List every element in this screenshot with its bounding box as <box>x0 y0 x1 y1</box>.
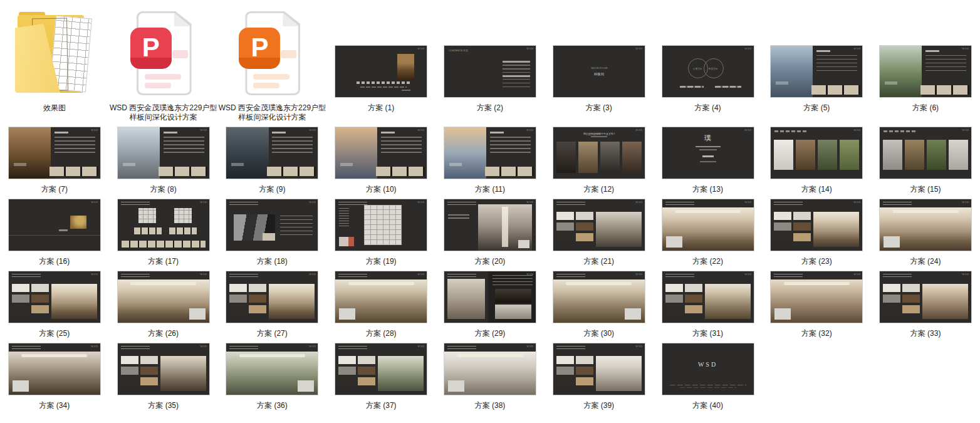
item-slide-17[interactable]: WSD方案 (17) <box>109 194 218 266</box>
file-grid: 效果图PWSD 西安金茂璞逸东方229户型样板间深化设计方案PWSD 西安金茂璞… <box>0 0 980 410</box>
slide-art-b1 <box>680 86 704 88</box>
slide-art-hdr <box>665 202 694 206</box>
item-slide-27[interactable]: WSD方案 (27) <box>218 266 327 338</box>
item-slide-15[interactable]: WSD方案 (15) <box>871 122 980 194</box>
item-label: 方案 (19) <box>366 257 397 266</box>
item-slide-6[interactable]: WSD方案 (6) <box>871 5 980 122</box>
item-slide-22[interactable]: WSD方案 (22) <box>654 194 763 266</box>
slide-art-t2m: 宴赏空间 <box>707 67 717 70</box>
item-slide-3[interactable]: SHOW ROOM样板间WSD方案 (3) <box>545 5 654 122</box>
slide-thumbnail: WSD <box>117 343 210 395</box>
item-slide-30[interactable]: WSD方案 (30) <box>545 266 654 338</box>
item-pdf-file[interactable]: PWSD 西安金茂璞逸东方229户型样板间深化设计方案 <box>109 5 218 122</box>
slide-art-planA <box>138 208 156 223</box>
slide-art-s5 <box>229 305 247 313</box>
slide-art-rowC <box>122 241 206 248</box>
slide-art-ceil <box>130 282 196 285</box>
slide-art-hdr <box>883 274 912 278</box>
slide-art-s2 <box>793 212 811 220</box>
wsd-logo: WSD <box>309 201 316 204</box>
wsd-logo: WSD <box>853 273 860 276</box>
item-label: 效果图 <box>43 103 66 113</box>
slide-art-render <box>922 284 968 319</box>
item-slide-32[interactable]: WSD方案 (32) <box>762 266 871 338</box>
slide-thumbnail: 会客空间宴赏空间WSD <box>662 45 754 98</box>
wsd-logo: WSD <box>744 201 751 204</box>
item-slide-5[interactable]: WSD方案 (5) <box>762 5 871 122</box>
item-slide-36[interactable]: WSD方案 (36) <box>218 338 327 410</box>
item-label: 方案 (26) <box>148 329 179 338</box>
slide-art-cap <box>14 163 26 166</box>
item-slide-37[interactable]: WSD方案 (37) <box>326 338 435 410</box>
item-label: 方案 (14) <box>801 185 832 194</box>
item-slide-2[interactable]: CONTENTS 目录WSD方案 (2) <box>435 5 545 122</box>
slide-thumbnail: WSD <box>444 271 536 323</box>
slide-art-mini <box>13 380 29 392</box>
item-slide-20[interactable]: WSD方案 (20) <box>435 194 545 266</box>
item-slide-4[interactable]: 会客空间宴赏空间WSD方案 (4) <box>654 5 763 122</box>
item-label: 方案 (31) <box>692 329 723 338</box>
item-slide-14[interactable]: WSD方案 (14) <box>762 122 871 194</box>
item-slide-31[interactable]: WSD方案 (31) <box>654 266 763 338</box>
slide-art-hdr <box>883 202 912 206</box>
slide-thumbnail: WSD <box>117 199 210 251</box>
item-slide-28[interactable]: WSD方案 (28) <box>326 266 435 338</box>
wsd-logo: WSD <box>418 201 425 204</box>
slide-art-hdr <box>121 202 150 206</box>
slide-thumbnail: WSD <box>662 199 754 251</box>
item-slide-7[interactable]: WSD方案 (7) <box>0 122 109 194</box>
item-slide-40[interactable]: WSD方案 (40) <box>654 338 763 410</box>
slide-thumbnail: WSD <box>8 343 101 395</box>
item-slide-10[interactable]: WSD方案 (10) <box>326 122 435 194</box>
file-icon-part <box>281 50 296 58</box>
item-folder-effect-images[interactable]: 效果图 <box>0 5 109 122</box>
slide-art-strip <box>920 85 969 95</box>
item-slide-12[interactable]: 我们想和您聊聊下午茶文化?WSD方案 (12) <box>545 122 654 194</box>
slide-art-rowA <box>134 227 162 234</box>
item-label: 方案 (40) <box>692 401 723 410</box>
slide-art-txt <box>490 137 531 155</box>
item-slide-18[interactable]: WSD方案 (18) <box>218 194 327 266</box>
slide-art-hl <box>816 50 830 52</box>
slide-art-mini <box>518 240 529 248</box>
slide-art-uB <box>503 79 530 87</box>
slide-art-l2 <box>680 387 736 389</box>
item-slide-1[interactable]: WSD方案 (1) <box>326 5 435 122</box>
item-label: 方案 (33) <box>910 329 941 338</box>
item-slide-24[interactable]: WSD方案 (24) <box>871 194 980 266</box>
item-slide-34[interactable]: WSD方案 (34) <box>0 338 109 410</box>
item-slide-23[interactable]: WSD方案 (23) <box>762 194 871 266</box>
item-slide-8[interactable]: WSD方案 (8) <box>109 122 218 194</box>
slide-art-hdr <box>12 346 41 350</box>
slide-art-uA <box>503 65 530 73</box>
item-slide-19[interactable]: WSD方案 (19) <box>326 194 435 266</box>
slide-art-s6 <box>685 305 702 313</box>
slide-thumbnail: WSD <box>770 271 863 323</box>
item-slide-39[interactable]: WSD方案 (39) <box>545 338 654 410</box>
item-slide-26[interactable]: WSD方案 (26) <box>109 266 218 338</box>
item-slide-29[interactable]: WSD方案 (29) <box>435 266 545 338</box>
wsd-logo: WSD <box>527 273 534 276</box>
item-ppt-file[interactable]: PWSD 西安金茂璞逸东方229户型样板间深化设计方案 <box>218 5 327 122</box>
wsd-logo: WSD <box>91 273 98 276</box>
wsd-logo: WSD <box>527 128 534 132</box>
slide-art-s3 <box>665 295 683 303</box>
slide-art-hdr <box>665 274 694 278</box>
item-slide-21[interactable]: WSD方案 (21) <box>545 194 654 266</box>
item-label: 方案 (17) <box>148 257 179 266</box>
slide-art-s5 <box>774 233 791 241</box>
slide-art-ceil <box>893 210 959 213</box>
item-slide-13[interactable]: 璞WSD方案 (13) <box>654 122 763 194</box>
item-slide-33[interactable]: WSD方案 (33) <box>871 266 980 338</box>
item-slide-9[interactable]: WSD方案 (9) <box>218 122 327 194</box>
item-slide-25[interactable]: WSD方案 (25) <box>0 266 109 338</box>
slide-art-txt <box>493 275 533 286</box>
item-slide-16[interactable]: WSD方案 (16) <box>0 194 109 266</box>
item-label: 方案 (6) <box>912 103 939 113</box>
slide-art-big: 璞 <box>662 133 754 143</box>
item-slide-35[interactable]: WSD方案 (35) <box>109 338 218 410</box>
item-slide-38[interactable]: WSD方案 (38) <box>435 338 545 410</box>
slide-art-cap <box>776 81 788 85</box>
item-slide-11[interactable]: WSD方案 (11) <box>435 122 545 194</box>
slide-art-l2 <box>699 149 717 150</box>
